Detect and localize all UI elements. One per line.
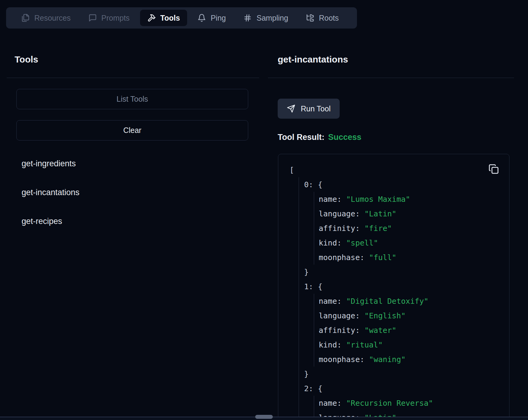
- tool-list-item[interactable]: get-recipes: [7, 212, 259, 231]
- files-icon: [21, 14, 30, 22]
- hash-icon: [243, 14, 252, 22]
- message-square-icon: [88, 14, 97, 22]
- tools-panel-title: Tools: [7, 54, 259, 65]
- json-line: name: "Digital Detoxify": [319, 294, 500, 308]
- tab-label: Sampling: [256, 14, 288, 22]
- json-tree: [0: {name: "Lumos Maxima"language: "Lati…: [290, 163, 500, 420]
- list-tools-button[interactable]: List Tools: [16, 89, 248, 109]
- tool-result-label: Tool Result:: [278, 133, 324, 142]
- bottom-resize-handle[interactable]: [255, 415, 273, 419]
- json-line: name: "Lumos Maxima": [319, 192, 500, 206]
- json-line: 0: {: [304, 177, 500, 192]
- top-nav: ResourcesPromptsToolsPingSamplingRoots: [6, 7, 357, 29]
- json-line: affinity: "water": [319, 323, 500, 337]
- tool-list-item[interactable]: get-ingredients: [7, 154, 259, 173]
- tab-label: Prompts: [101, 14, 130, 22]
- tool-list: get-ingredientsget-incantationsget-recip…: [7, 154, 259, 231]
- folder-tree-icon: [306, 14, 314, 22]
- tab-resources[interactable]: Resources: [14, 10, 78, 26]
- tab-label: Tools: [160, 14, 180, 22]
- tab-roots[interactable]: Roots: [299, 10, 346, 26]
- json-line: moonphase: "full": [319, 250, 500, 265]
- tab-tools[interactable]: Tools: [140, 10, 187, 26]
- json-line: affinity: "fire": [319, 221, 500, 235]
- run-tool-label: Run Tool: [301, 104, 331, 113]
- json-line: moonphase: "waning": [319, 352, 500, 367]
- tab-label: Roots: [319, 14, 339, 22]
- tools-panel: Tools List Tools Clear get-ingredientsge…: [7, 29, 259, 240]
- json-line: language: "English": [319, 308, 500, 323]
- tab-label: Ping: [211, 14, 226, 22]
- send-icon: [287, 104, 295, 113]
- json-line: 2: {: [304, 381, 500, 396]
- tool-result-line: Tool Result:Success: [278, 133, 514, 142]
- tool-detail-panel: get-incantations Run Tool Tool Result:Su…: [268, 29, 514, 420]
- bell-icon: [197, 14, 206, 22]
- tool-detail-divider: [268, 78, 514, 78]
- json-line: 1: {: [304, 279, 500, 294]
- selected-tool-title: get-incantations: [268, 54, 514, 65]
- run-tool-button[interactable]: Run Tool: [278, 99, 340, 119]
- tab-ping[interactable]: Ping: [190, 10, 233, 26]
- tab-label: Resources: [34, 14, 71, 22]
- tab-prompts[interactable]: Prompts: [81, 10, 137, 26]
- json-line: name: "Recursion Reversa": [319, 396, 500, 410]
- json-line: }: [304, 367, 500, 381]
- json-line: kind: "ritual": [319, 337, 500, 352]
- json-line: kind: "spell": [319, 235, 500, 250]
- tool-result-status: Success: [328, 133, 362, 142]
- copy-icon[interactable]: [488, 164, 499, 175]
- json-line: }: [304, 265, 500, 279]
- tab-sampling[interactable]: Sampling: [236, 10, 295, 26]
- json-line: language: "Latin": [319, 206, 500, 221]
- tool-list-item[interactable]: get-incantations: [7, 183, 259, 202]
- hammer-icon: [147, 14, 156, 22]
- clear-button[interactable]: Clear: [16, 120, 248, 141]
- bottom-panel-bar: [0, 417, 528, 420]
- json-line: [: [290, 163, 500, 177]
- json-result-viewer: [0: {name: "Lumos Maxima"language: "Lati…: [278, 154, 509, 420]
- tools-panel-divider: [7, 78, 259, 78]
